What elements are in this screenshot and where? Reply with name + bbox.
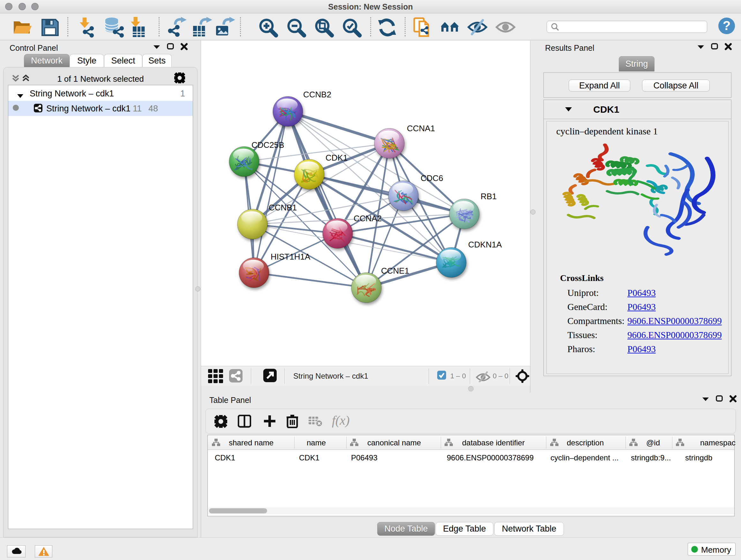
svg-text:CDC25B: CDC25B [252,140,284,150]
svg-text:CCNE1: CCNE1 [381,266,409,275]
svg-text:CCNB2: CCNB2 [303,90,331,99]
svg-text:CDC6: CDC6 [421,173,443,183]
svg-text:RB1: RB1 [481,192,497,201]
svg-text:CCNA1: CCNA1 [407,124,435,133]
svg-text:CCNB1: CCNB1 [269,203,297,212]
svg-text:CCNA2: CCNA2 [354,213,382,223]
svg-text:?: ? [723,18,731,33]
svg-text:CDKN1A: CDKN1A [468,240,502,249]
svg-text:CDK1: CDK1 [326,153,347,163]
svg-text:HIST1H1A: HIST1H1A [271,252,311,261]
